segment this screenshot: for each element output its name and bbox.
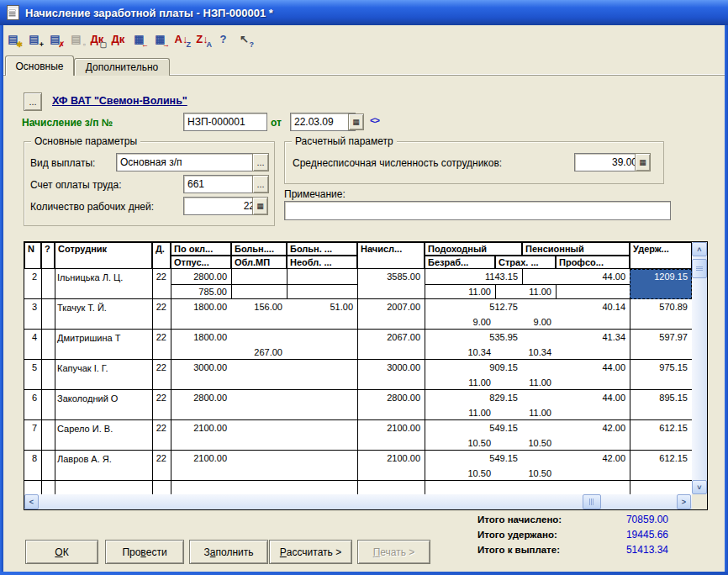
cell-oklad[interactable]: 3000.00 <box>171 360 230 375</box>
cell-unemployment[interactable]: 10.50 <box>425 466 494 481</box>
account-input[interactable]: 661 <box>183 175 259 193</box>
horizontal-scrollbar[interactable]: ˂˃ <box>24 494 692 509</box>
cell-accrued[interactable]: 2100.00 <box>357 451 424 466</box>
payment-type-select-button[interactable]: ... <box>252 153 269 171</box>
cell-employee[interactable]: Сарело И. В. <box>55 421 150 436</box>
cell-unemployment[interactable]: 11.00 <box>425 375 494 390</box>
cell-rownum[interactable]: 6 <box>24 390 40 405</box>
cell-days[interactable]: 22 <box>152 360 170 375</box>
cell-days[interactable]: 22 <box>152 269 170 284</box>
doc-date-input[interactable]: 22.03.09 <box>290 113 356 131</box>
headcount-calc-button[interactable]: ▦ <box>635 153 651 171</box>
table-row[interactable]: 3Ткачук Т. Й.221800.00156.0051.002007.00… <box>24 299 692 330</box>
cell-accrued[interactable]: 3585.00 <box>357 269 424 284</box>
cell-unemployment[interactable]: 11.00 <box>425 284 494 299</box>
cell-oklad[interactable]: 1800.00 <box>171 330 230 345</box>
cell-employee[interactable]: Ільницька Л. Ц. <box>55 270 150 285</box>
cell-accrued[interactable]: 2800.00 <box>357 390 424 405</box>
table-row[interactable]: 8Лавров А. Я.222100.002100.00549.1542.00… <box>24 451 692 481</box>
cell-days[interactable]: 22 <box>152 390 170 405</box>
cell-unemployment[interactable]: 9.00 <box>425 314 494 330</box>
cell-withheld[interactable]: 612.15 <box>630 451 691 466</box>
insert-row-icon[interactable]: ▤✱ <box>3 29 23 49</box>
cell-pension[interactable]: 42.00 <box>522 451 629 466</box>
vertical-scrollbar[interactable]: ˄˅ <box>692 242 707 494</box>
cell-rownum[interactable]: 5 <box>24 360 40 375</box>
cell-insurance[interactable]: 11.00 <box>495 284 555 299</box>
workdays-input[interactable]: 22 <box>183 197 259 215</box>
goto-cell-icon[interactable]: ▦→ <box>150 29 170 49</box>
cell-accrued[interactable]: 2100.00 <box>357 420 424 435</box>
scroll-down-button[interactable]: ˅ <box>692 480 707 494</box>
cell-pension[interactable]: 44.00 <box>522 269 629 284</box>
table-row[interactable]: 5Капучак І. Г.223000.003000.00909.1544.0… <box>24 360 692 390</box>
cell-withheld[interactable]: 597.97 <box>630 330 691 345</box>
cell-days[interactable]: 22 <box>152 420 170 435</box>
cell-pension[interactable]: 42.00 <box>522 420 629 435</box>
cell-days[interactable]: 22 <box>152 451 170 466</box>
scroll-left-button[interactable]: ˂ <box>24 494 39 509</box>
rasschitat-button[interactable]: Рассчитать > <box>269 540 352 564</box>
history-icon[interactable]: <> <box>370 115 379 125</box>
cell-accrued[interactable]: 3000.00 <box>357 360 424 375</box>
cell-insurance[interactable]: 10.34 <box>495 345 555 360</box>
context-help-icon[interactable]: ↖? <box>235 29 254 49</box>
horizontal-scroll-thumb[interactable] <box>583 494 601 509</box>
cell-oklad[interactable]: 2800.00 <box>171 269 230 284</box>
cell-insurance[interactable]: 10.50 <box>495 435 555 451</box>
cell-oklad[interactable]: 1800.00 <box>171 299 230 314</box>
postings-icon[interactable]: Дк <box>108 29 128 49</box>
scroll-up-button[interactable]: ˄ <box>692 242 707 256</box>
cell-insurance[interactable]: 10.50 <box>495 466 555 481</box>
zapolnit-button[interactable]: Заполнить <box>189 540 268 564</box>
move-row-icon[interactable]: ▦← <box>129 29 149 49</box>
tab-osnovnye[interactable]: Основные <box>5 55 74 76</box>
cell-pension[interactable]: 40.14 <box>522 299 629 314</box>
cell-withheld[interactable]: 570.89 <box>630 299 691 314</box>
table-row[interactable]: 2Ільницька Л. Ц.222800.003585.001143.154… <box>24 269 692 299</box>
workdays-calc-button[interactable]: ▦ <box>252 197 268 215</box>
cell-unemployment[interactable]: 11.00 <box>425 405 494 420</box>
ok-button[interactable]: ОК <box>25 540 98 564</box>
cell-insurance[interactable]: 9.00 <box>495 314 555 330</box>
cell-income-tax[interactable]: 512.75 <box>425 299 521 314</box>
cell-employee[interactable]: Лавров А. Я. <box>55 451 150 467</box>
cell-employee[interactable]: Заколодний О <box>55 391 150 406</box>
cell-days[interactable]: 22 <box>152 299 170 314</box>
cell-pension[interactable]: 44.00 <box>522 390 629 405</box>
cell-accrued[interactable]: 2007.00 <box>357 299 424 314</box>
cell-rownum[interactable]: 2 <box>24 269 40 284</box>
cell-income-tax[interactable]: 1143.15 <box>425 269 521 284</box>
cell-income-tax[interactable]: 829.15 <box>425 390 521 405</box>
delete-row-icon[interactable]: ▤✗ <box>45 29 65 49</box>
cell-days[interactable]: 22 <box>152 330 170 345</box>
organization-link[interactable]: ХФ ВАТ "Свемон-Волинь" <box>52 95 187 107</box>
cell-withheld-selected[interactable]: 1209.15 <box>630 269 692 299</box>
cell-rownum[interactable]: 8 <box>24 451 40 466</box>
org-select-button[interactable]: ... <box>24 92 42 111</box>
postings-page-icon[interactable]: Дк▢ <box>87 29 107 49</box>
tab-dopolnitelno[interactable]: Дополнительно <box>74 58 170 76</box>
sort-desc-icon[interactable]: Z↓А <box>193 29 212 49</box>
calendar-button[interactable]: ▦ <box>348 113 364 130</box>
cell-employee[interactable]: Капучак І. Г. <box>55 361 150 376</box>
cell-oklad[interactable]: 2800.00 <box>171 390 230 405</box>
add-row-icon[interactable]: ▤+ <box>24 29 44 49</box>
cell-otpusk[interactable]: 785.00 <box>171 284 230 299</box>
cell-pension[interactable]: 44.00 <box>522 360 629 375</box>
vertical-scroll-thumb[interactable] <box>692 259 707 278</box>
scroll-right-button[interactable]: ˃ <box>677 494 691 509</box>
account-select-button[interactable]: ... <box>252 175 269 193</box>
cell-unemployment[interactable]: 10.50 <box>425 435 494 451</box>
cell-employee[interactable]: Дмитришина Т <box>55 330 150 346</box>
cell-income-tax[interactable]: 549.15 <box>425 451 521 466</box>
cell-insurance[interactable]: 11.00 <box>495 375 555 390</box>
cell-oblmp[interactable]: 267.00 <box>231 345 286 360</box>
cell-rownum[interactable]: 3 <box>24 299 40 314</box>
cell-withheld[interactable]: 975.15 <box>630 360 691 375</box>
cell-accrued[interactable]: 2067.00 <box>357 330 424 345</box>
cell-income-tax[interactable]: 909.15 <box>425 360 521 375</box>
table-row[interactable]: 6Заколодний О222800.002800.00829.1544.00… <box>24 390 692 420</box>
cell-withheld[interactable]: 895.15 <box>630 390 691 405</box>
sort-asc-icon[interactable]: А↓Z <box>171 29 191 49</box>
